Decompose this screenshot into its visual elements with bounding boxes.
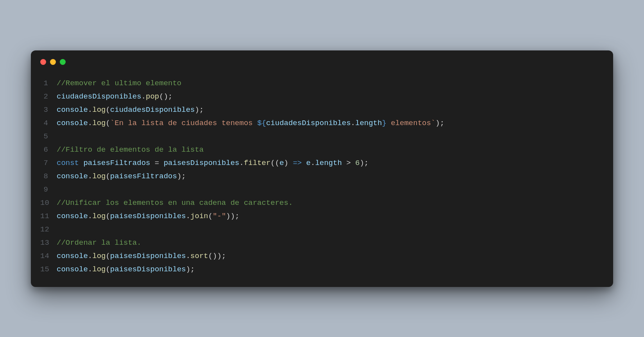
token: console bbox=[57, 106, 88, 114]
line-number: 13 bbox=[40, 236, 57, 249]
code-line[interactable]: 9 bbox=[40, 183, 604, 196]
token: (); bbox=[159, 92, 172, 101]
code-content[interactable]: console.log(paisesFiltrados); bbox=[57, 170, 186, 183]
code-content[interactable]: console.log(`En la lista de ciudades ten… bbox=[57, 117, 444, 130]
line-number: 7 bbox=[40, 156, 57, 170]
token: console bbox=[57, 212, 88, 220]
line-number: 9 bbox=[40, 183, 57, 196]
window-titlebar bbox=[31, 50, 613, 65]
code-line[interactable]: 12 bbox=[40, 223, 604, 236]
code-line[interactable]: 10//Unificar los elementos en una cadena… bbox=[40, 196, 604, 210]
token: log bbox=[92, 252, 106, 260]
code-content[interactable]: console.log(paisesDisponibles.sort()); bbox=[57, 249, 226, 263]
token: = bbox=[150, 159, 163, 167]
token: . bbox=[240, 159, 244, 167]
code-window: 1//Remover el ultimo elemento2ciudadesDi… bbox=[31, 50, 613, 287]
token: )); bbox=[226, 212, 239, 220]
code-line[interactable]: 1//Remover el ultimo elemento bbox=[40, 77, 604, 90]
token: ); bbox=[360, 159, 369, 167]
line-number: 1 bbox=[40, 77, 57, 90]
code-content[interactable]: console.log(paisesDisponibles); bbox=[57, 263, 195, 276]
token: log bbox=[92, 265, 106, 274]
token: paisesDisponibles bbox=[110, 252, 186, 260]
token: . bbox=[88, 252, 92, 260]
code-line[interactable]: 3console.log(ciudadesDisponibles); bbox=[40, 103, 604, 117]
token: length bbox=[355, 119, 382, 127]
token: join bbox=[190, 212, 208, 220]
code-line[interactable]: 7const paisesFiltrados = paisesDisponibl… bbox=[40, 156, 604, 170]
token: sort bbox=[190, 252, 208, 260]
code-line[interactable]: 8console.log(paisesFiltrados); bbox=[40, 170, 604, 183]
token bbox=[302, 159, 306, 167]
token: log bbox=[92, 106, 106, 114]
token: //Filtro de elementos de la lista bbox=[57, 145, 204, 154]
token: . bbox=[141, 92, 146, 101]
window-minimize-dot[interactable] bbox=[50, 59, 56, 65]
token: (( bbox=[270, 159, 279, 167]
line-number: 6 bbox=[40, 143, 57, 156]
token: length bbox=[315, 159, 342, 167]
token: ciudadesDisponibles bbox=[110, 106, 195, 114]
token: "-" bbox=[213, 212, 226, 220]
token: paisesFiltrados bbox=[110, 172, 177, 181]
token: ( bbox=[106, 252, 110, 260]
line-number: 4 bbox=[40, 117, 57, 130]
token: //Ordenar la lista. bbox=[57, 238, 141, 247]
line-number: 14 bbox=[40, 249, 57, 263]
token: e bbox=[279, 159, 284, 167]
token: ciudadesDisponibles bbox=[57, 92, 141, 101]
token: ); bbox=[186, 265, 195, 274]
token: console bbox=[57, 119, 88, 127]
token: ); bbox=[177, 172, 186, 181]
line-number: 15 bbox=[40, 263, 57, 276]
token: console bbox=[57, 172, 88, 181]
code-line[interactable]: 2ciudadesDisponibles.pop(); bbox=[40, 90, 604, 103]
token: ${ bbox=[257, 119, 266, 127]
window-maximize-dot[interactable] bbox=[60, 59, 66, 65]
token: paisesDisponibles bbox=[110, 265, 186, 274]
line-number: 11 bbox=[40, 210, 57, 223]
line-number: 5 bbox=[40, 130, 57, 143]
code-line[interactable]: 15console.log(paisesDisponibles); bbox=[40, 263, 604, 276]
token: ); bbox=[195, 106, 204, 114]
token: . bbox=[88, 172, 92, 181]
token: pop bbox=[146, 92, 159, 101]
code-line[interactable]: 6//Filtro de elementos de la lista bbox=[40, 143, 604, 156]
code-line[interactable]: 13//Ordenar la lista. bbox=[40, 236, 604, 249]
code-content[interactable]: //Remover el ultimo elemento bbox=[57, 77, 181, 90]
token: console bbox=[57, 252, 88, 260]
token: ); bbox=[435, 119, 444, 127]
token: } bbox=[382, 119, 386, 127]
line-number: 3 bbox=[40, 103, 57, 117]
token: . bbox=[311, 159, 315, 167]
window-close-dot[interactable] bbox=[40, 59, 46, 65]
code-content[interactable]: //Unificar los elementos en una cadena d… bbox=[57, 196, 293, 210]
code-content[interactable]: console.log(paisesDisponibles.join("-"))… bbox=[57, 210, 240, 223]
token: . bbox=[88, 106, 92, 114]
code-content[interactable]: console.log(ciudadesDisponibles); bbox=[57, 103, 204, 117]
code-editor[interactable]: 1//Remover el ultimo elemento2ciudadesDi… bbox=[31, 65, 613, 287]
code-content[interactable]: ciudadesDisponibles.pop(); bbox=[57, 90, 172, 103]
token: ciudadesDisponibles bbox=[266, 119, 351, 127]
code-line[interactable]: 14console.log(paisesDisponibles.sort()); bbox=[40, 249, 604, 263]
line-number: 8 bbox=[40, 170, 57, 183]
token: elementos` bbox=[386, 119, 435, 127]
token: . bbox=[88, 212, 92, 220]
token: `En la lista de ciudades tenemos bbox=[110, 119, 257, 127]
token: ( bbox=[208, 212, 213, 220]
code-line[interactable]: 5 bbox=[40, 130, 604, 143]
token: paisesDisponibles bbox=[164, 159, 240, 167]
code-content[interactable]: //Ordenar la lista. bbox=[57, 236, 141, 249]
code-line[interactable]: 11console.log(paisesDisponibles.join("-"… bbox=[40, 210, 604, 223]
token: . bbox=[88, 119, 92, 127]
token: //Remover el ultimo elemento bbox=[57, 79, 181, 88]
token bbox=[79, 159, 83, 167]
code-content[interactable]: //Filtro de elementos de la lista bbox=[57, 143, 204, 156]
token: filter bbox=[244, 159, 270, 167]
token: log bbox=[92, 119, 106, 127]
token: ( bbox=[106, 172, 110, 181]
token: ( bbox=[106, 212, 110, 220]
token: ( bbox=[106, 106, 110, 114]
code-content[interactable]: const paisesFiltrados = paisesDisponible… bbox=[57, 156, 369, 170]
code-line[interactable]: 4console.log(`En la lista de ciudades te… bbox=[40, 117, 604, 130]
